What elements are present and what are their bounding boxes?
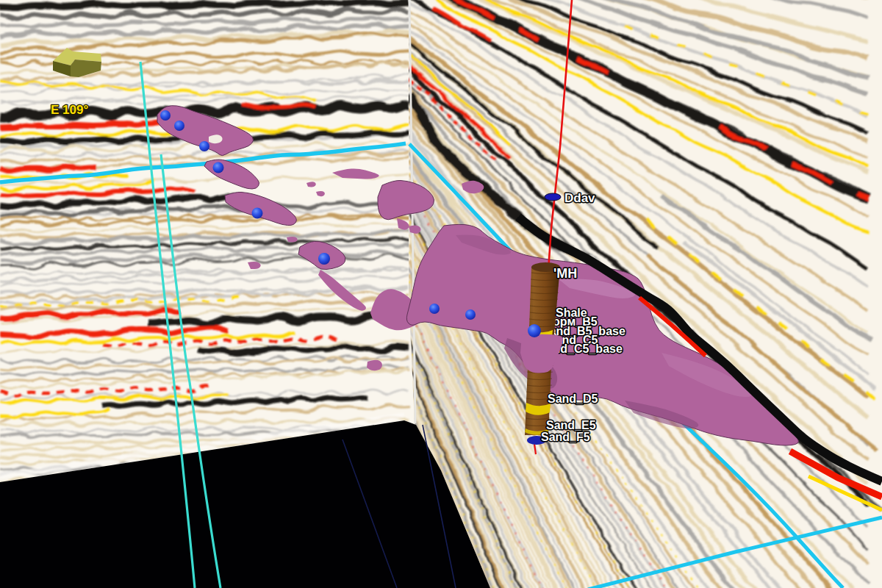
svg-text:Ddav: Ddav	[564, 191, 595, 205]
svg-text:Sand_E5: Sand_E5	[546, 419, 596, 431]
svg-text:Sand_F5: Sand_F5	[541, 431, 590, 443]
svg-text:Shale: Shale	[556, 306, 587, 319]
svg-text:Sand_D5: Sand_D5	[548, 392, 598, 405]
svg-text:'MH: 'MH	[553, 266, 577, 281]
svg-text:E 109°: E 109°	[51, 103, 88, 117]
